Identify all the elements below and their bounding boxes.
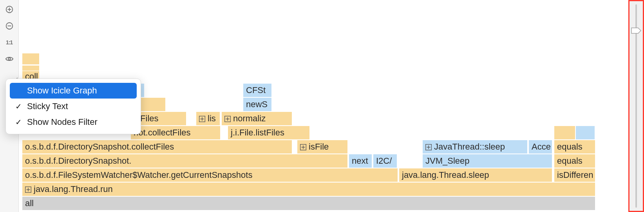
flame-cell-c-dsnap[interactable]: o.s.b.d.f.DirectorySnapshot.collectFiles [22, 140, 292, 154]
flame-cell-c-jtsleep[interactable]: java.lang.Thread.sleep [399, 168, 552, 182]
menu-item-0[interactable]: Show Icicle Graph [10, 83, 137, 99]
zoom-reset-button[interactable]: 1:1 [4, 37, 15, 48]
flame-cell-label: normaliz [233, 113, 266, 123]
flame-cell-label: isDifferen [557, 170, 593, 180]
flame-cell-label: next [352, 156, 368, 166]
check-icon: ✓ [14, 102, 22, 111]
eye-icon [5, 55, 14, 63]
flame-cell-c-crumb1[interactable] [22, 53, 40, 65]
menu-item-label: Show Nodes Filter [27, 117, 98, 127]
flame-cell-c-cfs[interactable]: CFSt [243, 83, 272, 97]
context-menu: Show Icicle Graph✓Sticky Text✓Show Nodes… [5, 79, 141, 134]
flame-cell-label: java.lang.Thread.run [34, 184, 113, 194]
flame-cell-c-jts[interactable]: JavaThread::sleep [422, 140, 528, 154]
menu-item-label: Show Icicle Graph [27, 86, 97, 96]
flame-cell-c-new[interactable]: newS [243, 97, 272, 111]
expand-icon[interactable] [300, 144, 306, 150]
flame-cell-c-all[interactable]: all [22, 196, 595, 210]
flame-cell-c-eq1[interactable]: equals [554, 140, 595, 154]
flame-cell-c-run[interactable]: java.lang.Thread.run [22, 182, 595, 196]
flame-cell-c-tiny-b1[interactable] [575, 126, 595, 140]
flame-cell-c-tiny-y1[interactable] [554, 126, 575, 140]
flame-cell-c-list[interactable]: lis [196, 111, 220, 126]
flame-cell-label: I2C/ [376, 156, 392, 166]
expand-icon[interactable] [224, 116, 231, 122]
flame-cell-label: j.i.File.listFiles [231, 128, 284, 137]
flame-cell-label: hot.collectFiles [134, 128, 191, 137]
minus-circle-icon [5, 22, 14, 30]
flame-cell-c-isfile[interactable]: isFile [297, 140, 348, 154]
flame-cell-label: o.s.b.d.f.DirectorySnapshot.collectFiles [25, 142, 174, 152]
menu-item-2[interactable]: ✓Show Nodes Filter [10, 114, 137, 130]
check-icon: ✓ [14, 117, 22, 127]
zoom-in-button[interactable] [4, 4, 15, 15]
flame-cell-label: all [25, 198, 34, 208]
flame-cell-label: equals [557, 156, 582, 166]
flame-cell-c-i2c[interactable]: I2C/ [373, 154, 397, 168]
flame-cell-label: java.lang.Thread.sleep [402, 170, 489, 180]
zoom-out-button[interactable] [4, 20, 15, 31]
flame-cell-c-listfiles[interactable]: j.i.File.listFiles [228, 126, 310, 140]
flame-cell-c-eq2[interactable]: equals [554, 154, 595, 168]
flame-cell-c-fsw[interactable]: o.s.b.d.f.FileSystemWatcher$Watcher.getC… [22, 168, 398, 182]
flame-cell-c-dinit[interactable]: o.s.b.d.f.DirectorySnapshot. [22, 154, 348, 168]
flame-cell-label: equals [557, 142, 582, 152]
expand-icon[interactable] [199, 116, 205, 122]
flame-cell-c-isdiff[interactable]: isDifferen [554, 168, 595, 182]
flame-cell-label: JavaThread::sleep [434, 142, 505, 152]
flame-cell-label: CFSt [246, 85, 266, 95]
flame-cell-label: o.s.b.d.f.FileSystemWatcher$Watcher.getC… [25, 170, 252, 180]
expand-icon[interactable] [25, 186, 31, 193]
visibility-button[interactable] [4, 53, 15, 64]
flame-cell-c-norm[interactable]: normaliz [221, 111, 292, 126]
svg-point-5 [8, 58, 11, 60]
flame-cell-label: lis [208, 113, 216, 123]
flame-cell-c-acce[interactable]: Acce [528, 140, 552, 154]
menu-item-1[interactable]: ✓Sticky Text [10, 99, 137, 114]
flame-cell-c-next[interactable]: next [349, 154, 372, 168]
menu-item-label: Sticky Text [27, 101, 68, 111]
slider-thumb[interactable] [631, 26, 641, 35]
flame-cell-c-hot1[interactable]: hot.collectFiles [130, 126, 221, 140]
flame-cell-label: o.s.b.d.f.DirectorySnapshot. [25, 156, 131, 166]
flame-cell-c-jvmsl[interactable]: JVM_Sleep [422, 154, 552, 168]
flame-cell-label: JVM_Sleep [425, 156, 470, 166]
vertical-slider[interactable] [628, 0, 644, 212]
flame-cell-label: newS [246, 99, 268, 109]
plus-circle-icon [5, 5, 14, 14]
flame-cell-label: isFile [309, 142, 329, 152]
expand-icon[interactable] [425, 144, 432, 150]
flame-cell-label: Acce [532, 142, 551, 152]
